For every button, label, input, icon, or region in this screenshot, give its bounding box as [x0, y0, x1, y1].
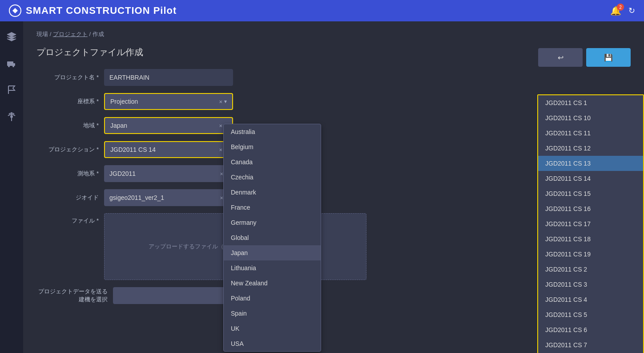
project-name-row: プロジェクト名 * — [36, 69, 631, 86]
country-dropdown: AustraliaBelgiumCanadaCzechiaDenmarkFran… — [223, 124, 321, 352]
country-item[interactable]: Lithuania — [224, 260, 321, 276]
app-title: SMART CONSTRUCTION Pilot — [9, 4, 177, 17]
geoid-label: ジオイド — [36, 194, 99, 202]
projection-item[interactable]: JGD2011 CS 10 — [538, 110, 643, 126]
projection-select[interactable]: JGD2011 CS 14 × ▾ — [104, 141, 233, 158]
country-item[interactable]: Belgium — [224, 139, 321, 154]
breadcrumb-sep1: / — [50, 31, 53, 37]
coordinate-clear[interactable]: × — [219, 98, 222, 105]
country-item[interactable]: France — [224, 200, 321, 215]
projection-dropdown: JGD2011 CS 1JGD2011 CS 10JGD2011 CS 11JG… — [537, 94, 644, 353]
geoid-select[interactable]: gsigeo2011_ver2_1 × ▾ — [104, 189, 233, 206]
coordinate-select[interactable]: Projection × ▾ — [104, 93, 233, 110]
projection-item[interactable]: JGD2011 CS 5 — [538, 307, 643, 322]
projection-item[interactable]: JGD2011 CS 19 — [538, 247, 643, 262]
breadcrumb-current: 作成 — [93, 31, 104, 37]
device-label: プロジェクトデータを送る建機を選択 — [36, 288, 108, 304]
projection-item[interactable]: JGD2011 CS 2 — [538, 262, 643, 277]
refresh-button[interactable]: ↻ — [628, 6, 635, 16]
coordinate-arrow: ▾ — [224, 98, 227, 105]
region-clear[interactable]: × — [219, 122, 222, 129]
projection-item[interactable]: JGD2011 CS 12 — [538, 141, 643, 156]
file-label: ファイル * — [36, 213, 99, 225]
sidebar — [0, 21, 23, 353]
datum-value: JGD2011 — [109, 170, 220, 177]
projection-item[interactable]: JGD2011 CS 11 — [538, 126, 643, 141]
country-item[interactable]: Canada — [224, 154, 321, 170]
action-buttons: ↩ 💾 — [538, 48, 631, 67]
projection-item[interactable]: JGD2011 CS 18 — [538, 231, 643, 247]
country-item[interactable]: Global — [224, 230, 321, 245]
svg-point-3 — [8, 65, 10, 67]
breadcrumb-site: 現場 — [36, 31, 48, 37]
projection-item[interactable]: JGD2011 CS 16 — [538, 201, 643, 216]
main-content: 現場 / プロジェクト / 作成 プロジェクトファイル作成 ↩ 💾 プロジェクト… — [23, 21, 644, 353]
geoid-value: gsigeo2011_ver2_1 — [109, 194, 220, 201]
app-header: SMART CONSTRUCTION Pilot 🔔 2 ↻ — [0, 0, 644, 21]
breadcrumb-sep2: / — [89, 31, 92, 37]
header-actions: 🔔 2 ↻ — [610, 5, 635, 16]
app-title-text: SMART CONSTRUCTION Pilot — [26, 5, 177, 16]
sidebar-icon-machine[interactable] — [4, 55, 20, 71]
projection-item[interactable]: JGD2011 CS 1 — [538, 95, 643, 110]
country-item[interactable]: Germany — [224, 215, 321, 230]
back-icon: ↩ — [558, 53, 564, 62]
projection-label: プロジェクション * — [36, 146, 99, 154]
country-item[interactable]: Czechia — [224, 170, 321, 185]
coordinate-value: Projection — [110, 98, 219, 105]
svg-rect-1 — [7, 61, 13, 66]
project-name-input[interactable] — [104, 69, 233, 86]
region-label: 地域 * — [36, 122, 99, 130]
coordinate-label: 座標系 * — [36, 97, 99, 105]
main-layout: 現場 / プロジェクト / 作成 プロジェクトファイル作成 ↩ 💾 プロジェクト… — [0, 21, 644, 353]
region-select[interactable]: Japan × ▾ — [104, 117, 233, 134]
svg-point-4 — [12, 65, 14, 67]
sidebar-icon-antenna[interactable] — [4, 109, 20, 125]
breadcrumb: 現場 / プロジェクト / 作成 — [36, 30, 631, 38]
projection-item[interactable]: JGD2011 CS 6 — [538, 322, 643, 337]
sidebar-icon-flag[interactable] — [4, 82, 20, 98]
country-item[interactable]: Denmark — [224, 185, 321, 200]
datum-select[interactable]: JGD2011 × ▾ — [104, 165, 233, 182]
projection-value: JGD2011 CS 14 — [110, 146, 219, 153]
svg-point-7 — [11, 116, 12, 118]
save-button[interactable]: 💾 — [586, 48, 631, 67]
notification-button[interactable]: 🔔 2 — [610, 5, 621, 16]
country-item[interactable]: Spain — [224, 306, 321, 321]
breadcrumb-project-link[interactable]: プロジェクト — [53, 31, 88, 37]
device-select[interactable]: ▾ — [113, 287, 242, 304]
projection-item[interactable]: JGD2011 CS 14 — [538, 171, 643, 186]
project-name-label: プロジェクト名 * — [36, 73, 99, 81]
save-icon: 💾 — [604, 53, 613, 62]
back-button[interactable]: ↩ — [538, 48, 583, 67]
sidebar-icon-layers[interactable] — [4, 28, 20, 45]
datum-label: 測地系 * — [36, 170, 99, 178]
country-item[interactable]: Japan — [224, 245, 321, 260]
projection-item[interactable]: JGD2011 CS 13 — [538, 156, 643, 171]
geoid-clear[interactable]: × — [220, 195, 223, 201]
projection-item[interactable]: JGD2011 CS 17 — [538, 216, 643, 231]
datum-clear[interactable]: × — [220, 170, 223, 177]
svg-rect-2 — [12, 63, 15, 66]
country-item[interactable]: Poland — [224, 291, 321, 306]
region-value: Japan — [110, 122, 219, 129]
country-item[interactable]: Australia — [224, 124, 321, 139]
logo-icon — [9, 4, 21, 17]
projection-clear[interactable]: × — [219, 146, 222, 153]
notification-badge: 2 — [617, 4, 624, 11]
country-item[interactable]: UK — [224, 321, 321, 336]
projection-item[interactable]: JGD2011 CS 3 — [538, 277, 643, 292]
country-item[interactable]: USA — [224, 336, 321, 351]
projection-item[interactable]: JGD2011 CS 7 — [538, 337, 643, 353]
projection-item[interactable]: JGD2011 CS 4 — [538, 292, 643, 307]
projection-item[interactable]: JGD2011 CS 15 — [538, 186, 643, 201]
country-item[interactable]: New Zealand — [224, 276, 321, 291]
